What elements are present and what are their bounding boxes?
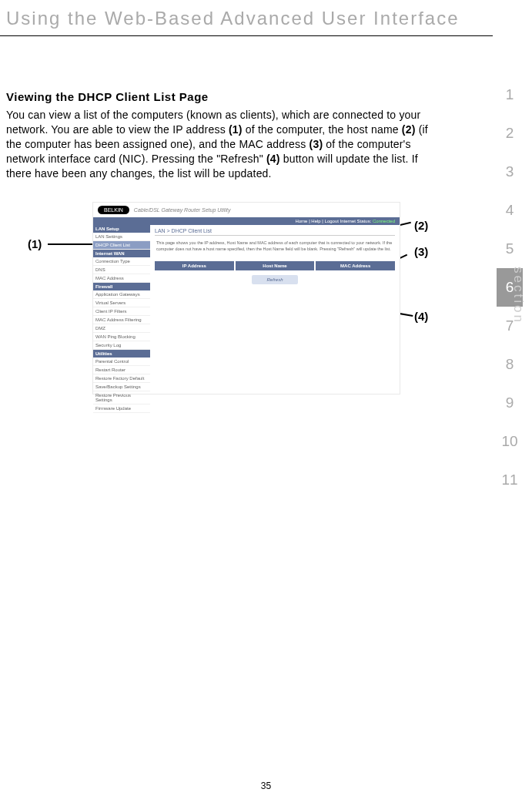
sidebar-item-mac-address[interactable]: MAC Address [93, 274, 150, 283]
page-header-title: Using the Web-Based Advanced User Interf… [0, 0, 493, 36]
page-number: 35 [0, 781, 532, 791]
sidebar-item-restore-prev[interactable]: Restore Previous Settings [93, 391, 150, 405]
nav-item-8: 8 [497, 345, 523, 384]
callout-ref-2: (2) [402, 123, 416, 136]
callout-ref-1: (1) [229, 123, 243, 136]
callout-4: (4) [414, 310, 428, 323]
section-nav: 1 2 3 4 5 6 7 8 9 10 11 section [497, 76, 526, 499]
sidebar-item-dns[interactable]: DNS [93, 266, 150, 274]
sidebar-item-firmware[interactable]: Firmware Update [93, 405, 150, 413]
ss-logo-bar: BELKIN Cable/DSL Gateway Router Setup Ut… [93, 203, 400, 217]
nav-item-11: 11 [497, 461, 523, 499]
callout-ref-3: (3) [309, 138, 323, 150]
router-screenshot: BELKIN Cable/DSL Gateway Router Setup Ut… [92, 202, 400, 394]
nav-item-10: 10 [497, 422, 523, 461]
nav-item-3: 3 [497, 153, 523, 191]
sidebar-hdr-lan: LAN Setup [93, 225, 150, 233]
sidebar-item-lan-settings[interactable]: LAN Settings [93, 233, 150, 241]
th-mac-address: MAC Address [316, 261, 395, 270]
figure: (1) (2) (3) (4) BELKIN Cable/DSL Gateway… [22, 202, 439, 402]
sidebar-item-wan-ping[interactable]: WAN Ping Blocking [93, 333, 150, 341]
ss-sidebar: LAN Setup LAN Settings DHCP Client List … [93, 225, 150, 387]
callout-ref-4: (4) [266, 153, 280, 165]
sidebar-item-app-gateways[interactable]: Application Gateways [93, 290, 150, 299]
ss-breadcrumb: LAN > DHCP Client List [155, 225, 395, 236]
sidebar-item-client-ip-filters[interactable]: Client IP Filters [93, 307, 150, 316]
sidebar-item-connection-type[interactable]: Connection Type [93, 257, 150, 266]
nav-item-1: 1 [497, 76, 523, 114]
nav-item-5: 5 [497, 230, 523, 268]
ss-topbar: Home | Help | Logout Internet Status: Co… [93, 217, 400, 225]
sidebar-item-restore-default[interactable]: Restore Factory Default [93, 374, 150, 383]
sidebar-hdr-utilities: Utilities [93, 350, 150, 358]
sidebar-hdr-wan: Internet WAN [93, 250, 150, 257]
section-heading: Viewing the DHCP Client List Page [6, 90, 439, 103]
body-text-p1: of the computer, the host name [243, 123, 402, 136]
belkin-logo: BELKIN [98, 206, 129, 214]
section-vertical-label: section [510, 267, 526, 324]
sidebar-item-save-backup[interactable]: Save/Backup Settings [93, 383, 150, 391]
sidebar-item-parental[interactable]: Parental Control [93, 358, 150, 366]
th-ip-address: IP Address [155, 261, 234, 270]
callout-3: (3) [414, 245, 428, 258]
sidebar-item-dmz[interactable]: DMZ [93, 324, 150, 333]
ss-description: This page shows you the IP address, Host… [155, 236, 395, 256]
nav-item-4: 4 [497, 191, 523, 230]
callout-2: (2) [414, 219, 428, 232]
sidebar-item-dhcp-client-list[interactable]: DHCP Client List [93, 241, 150, 250]
ss-tagline: Cable/DSL Gateway Router Setup Utility [134, 207, 231, 213]
ss-topnav-links[interactable]: Home | Help | Logout Internet Status: [295, 219, 373, 223]
ss-main: LAN > DHCP Client List This page shows y… [150, 225, 400, 387]
nav-item-9: 9 [497, 384, 523, 422]
main-content: Viewing the DHCP Client List Page You ca… [0, 36, 485, 402]
sidebar-item-mac-filtering[interactable]: MAC Address Filtering [93, 316, 150, 324]
sidebar-hdr-firewall: Firewall [93, 283, 150, 290]
ss-status: Connected [373, 219, 395, 223]
ss-body: LAN Setup LAN Settings DHCP Client List … [93, 225, 400, 387]
sidebar-item-security-log[interactable]: Security Log [93, 341, 150, 350]
sidebar-item-restart[interactable]: Restart Router [93, 366, 150, 374]
sidebar-item-virtual-servers[interactable]: Virtual Servers [93, 299, 150, 307]
callout-1: (1) [28, 237, 42, 250]
refresh-button[interactable]: Refresh [252, 275, 298, 284]
ss-table-header: IP Address Host Name MAC Address [155, 261, 395, 270]
th-host-name: Host Name [236, 261, 315, 270]
body-text: You can view a list of the computers (kn… [6, 108, 439, 180]
nav-item-2: 2 [497, 114, 523, 153]
